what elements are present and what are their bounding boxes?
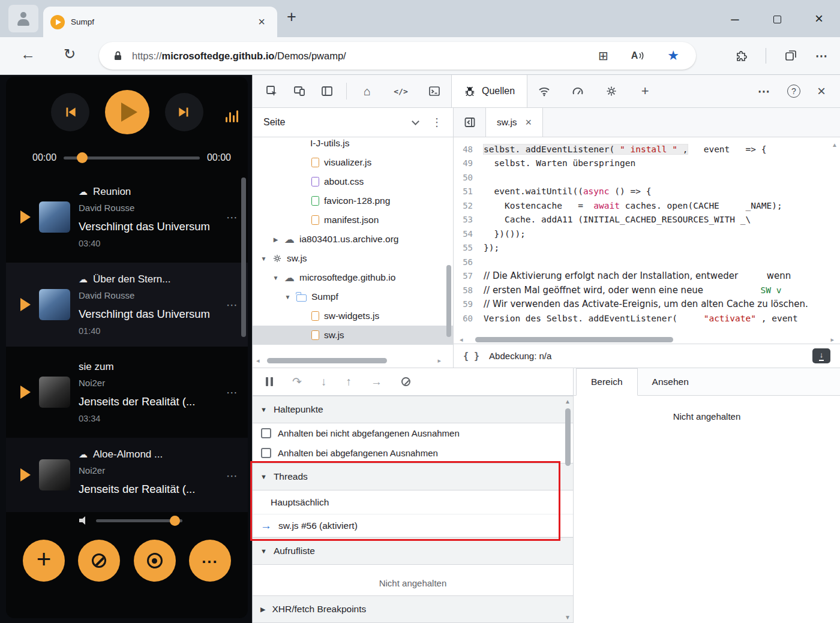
chevron-down-icon[interactable]	[412, 118, 419, 125]
playlist-item[interactable]: sie zum Noi2er Jenseits der Realität (..…	[6, 350, 248, 434]
tab-close-icon[interactable]: ×	[526, 116, 532, 129]
add-song-button[interactable]: +	[23, 540, 65, 582]
lock-icon[interactable]	[113, 50, 122, 61]
scroll-down-icon[interactable]: ▼	[563, 614, 572, 621]
tab-application[interactable]	[595, 75, 628, 107]
scrollbar-thumb[interactable]	[267, 358, 387, 363]
scroll-right-icon[interactable]: ▸	[830, 336, 834, 344]
tree-item[interactable]: ▼☁microsoftedge.github.io	[253, 268, 453, 287]
breakpoint-option[interactable]: Anhalten bei abgefangenen Ausnahmen	[253, 443, 573, 463]
track-menu-button[interactable]: ⋯	[226, 210, 238, 224]
tree-item[interactable]: favicon-128.png	[253, 191, 453, 210]
collapse-sidebar-icon[interactable]	[454, 108, 486, 137]
deactivate-breakpoints-icon[interactable]	[401, 377, 410, 386]
tree-item[interactable]: sw-widgets.js	[253, 306, 453, 326]
tab-welcome[interactable]: ⌂	[350, 75, 384, 107]
seek-knob[interactable]	[77, 152, 88, 163]
tab-elements[interactable]: </>	[384, 75, 418, 107]
tab-console[interactable]	[418, 75, 451, 107]
tab-sources[interactable]: Quellen	[451, 75, 527, 107]
tab-watch[interactable]: Ansehen	[638, 368, 703, 395]
playlist-item[interactable]: ☁Reunion David Rousse Verschlingt das Un…	[6, 175, 248, 259]
devtools-help-icon[interactable]: ?	[787, 85, 800, 98]
devtools-more-icon[interactable]: ⋯	[758, 84, 770, 98]
collapse-triangle-icon[interactable]: ▼	[260, 406, 267, 413]
step-over-icon[interactable]: ↷	[292, 375, 302, 389]
tree-item[interactable]: manifest.json	[253, 210, 453, 230]
code-editor[interactable]: 48selbst. addEventListener( " install " …	[454, 137, 840, 335]
volume-slider[interactable]	[96, 519, 182, 522]
debugger-vscrollbar[interactable]: ▲ ▼	[563, 398, 572, 621]
tab-scope[interactable]: Bereich	[576, 368, 638, 396]
file-pane-vscrollbar[interactable]	[446, 265, 451, 337]
checkbox[interactable]	[261, 448, 271, 458]
address-bar[interactable]: https://microsoftedge.github.io/Demos/pw…	[99, 42, 696, 70]
visualizer-icon[interactable]	[226, 110, 239, 122]
step-out-icon[interactable]: ↑	[346, 375, 352, 389]
add-panel-button[interactable]: +	[628, 75, 662, 107]
collapse-triangle-icon[interactable]: ▼	[260, 547, 267, 555]
browser-tab[interactable]: Sumpf ×	[43, 7, 277, 37]
chevron-down-icon[interactable]: ▼	[272, 275, 280, 281]
chevron-right-icon[interactable]: ▶	[272, 236, 280, 243]
tree-item[interactable]: about.css	[253, 172, 453, 191]
breakpoints-section-header[interactable]: ▼ Haltepunkte	[253, 396, 573, 423]
track-menu-button[interactable]: ⋯	[226, 298, 238, 312]
seek-slider[interactable]	[64, 156, 200, 159]
player-more-button[interactable]: ...	[189, 540, 231, 582]
step-into-icon[interactable]: ↓	[321, 375, 327, 389]
window-minimize-button[interactable]: –	[714, 10, 756, 27]
file-pane-hscrollbar[interactable]: ◂▸	[254, 356, 443, 365]
chevron-down-icon[interactable]: ▼	[284, 294, 292, 300]
window-maximize-button[interactable]	[756, 10, 798, 27]
favorite-star-icon[interactable]: ★	[667, 48, 679, 64]
tab-page[interactable]: Seite	[263, 117, 285, 128]
settings-menu-icon[interactable]: ⋯	[815, 49, 828, 63]
volume-knob[interactable]	[170, 516, 180, 526]
thread-worker-active[interactable]: → sw.js #56 (aktiviert)	[253, 514, 573, 537]
xhr-breakpoints-section-header[interactable]: ▶ XHR/fetch Breakpoints	[253, 595, 573, 623]
editor-tab-swjs[interactable]: sw.js×	[486, 108, 543, 137]
playlist-item[interactable]: ☁Über den Stern... David Rousse Verschli…	[6, 263, 248, 347]
play-button[interactable]	[105, 90, 149, 134]
threads-section-header[interactable]: ▼ Threads	[253, 463, 573, 490]
kebab-menu-icon[interactable]: ⋮	[431, 116, 442, 129]
download-button[interactable]: ↓	[812, 348, 830, 363]
window-close-button[interactable]: ×	[798, 10, 840, 27]
extensions-puzzle-icon[interactable]	[734, 49, 748, 62]
scrollbar-thumb[interactable]	[475, 337, 673, 342]
tab-performance[interactable]	[561, 75, 595, 107]
scroll-up-icon[interactable]: ▲	[565, 398, 571, 405]
volume-icon[interactable]	[79, 516, 89, 525]
editor-vscrollbar[interactable]: ▲	[831, 142, 838, 148]
step-icon[interactable]: →	[371, 375, 382, 389]
pretty-print-icon[interactable]: { }	[463, 351, 479, 362]
tree-item-selected[interactable]: sw.js	[253, 326, 453, 345]
track-play-icon[interactable]	[20, 468, 31, 481]
next-track-button[interactable]	[165, 93, 203, 131]
previous-track-button[interactable]	[51, 93, 89, 131]
chevron-down-icon[interactable]: ▼	[260, 255, 268, 262]
scroll-right-icon[interactable]: ▸	[437, 357, 441, 365]
tab-network[interactable]	[527, 75, 561, 107]
collapse-triangle-icon[interactable]: ▼	[260, 473, 267, 480]
tree-item[interactable]: ▼Sumpf	[253, 287, 453, 306]
scroll-left-icon[interactable]: ◂	[256, 357, 260, 365]
playlist-scrollbar[interactable]	[241, 177, 246, 337]
callstack-section-header[interactable]: ▼ Aufrufliste	[253, 537, 573, 565]
read-aloud-icon[interactable]: A	[631, 50, 645, 61]
track-play-icon[interactable]	[20, 210, 31, 224]
clear-playlist-button[interactable]	[78, 540, 120, 582]
scrollbar-thumb[interactable]	[565, 408, 571, 466]
track-menu-button[interactable]: ⋯	[226, 469, 238, 483]
tree-item[interactable]: I-J-utils.js	[253, 134, 453, 153]
url-text[interactable]: https://microsoftedge.github.io/Demos/pw…	[132, 50, 589, 62]
devtools-close-icon[interactable]: ×	[817, 83, 826, 100]
split-screen-icon[interactable]: ⊞	[598, 49, 608, 63]
pause-icon[interactable]	[266, 377, 273, 386]
tree-item[interactable]: visualizer.js	[253, 153, 453, 172]
refresh-button[interactable]: ↻	[64, 46, 76, 62]
track-play-icon[interactable]	[20, 386, 31, 399]
profile-avatar[interactable]	[8, 5, 38, 32]
new-tab-button[interactable]: +	[287, 8, 296, 26]
